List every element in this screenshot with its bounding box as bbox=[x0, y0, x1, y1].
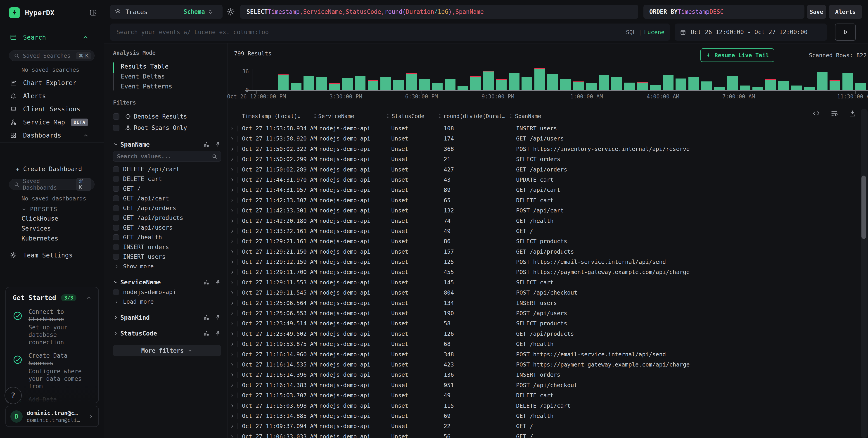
expand-row-icon[interactable] bbox=[230, 177, 235, 183]
table-row[interactable]: Oct 27 11:42:20.180 AMnodejs-demo-apiUns… bbox=[228, 216, 860, 226]
preset-kubernetes[interactable]: Kubernetes bbox=[22, 233, 58, 243]
alerts-button[interactable]: Alerts bbox=[829, 5, 862, 19]
filter-option[interactable]: GET /health bbox=[113, 232, 221, 242]
table-row[interactable]: Oct 27 11:13:14.885 AMnodejs-demo-apiUns… bbox=[228, 411, 860, 421]
checkbox[interactable] bbox=[113, 289, 119, 295]
table-row[interactable]: Oct 27 11:42:33.307 AMnodejs-demo-apiUns… bbox=[228, 195, 860, 205]
expand-row-icon[interactable] bbox=[230, 249, 235, 255]
histogram-bar[interactable] bbox=[688, 77, 699, 90]
histogram-bar[interactable] bbox=[304, 76, 314, 90]
histogram-bar[interactable] bbox=[522, 77, 532, 90]
expand-row-icon[interactable] bbox=[230, 198, 235, 203]
expand-row-icon[interactable] bbox=[230, 269, 235, 275]
expand-row-icon[interactable] bbox=[230, 259, 235, 265]
filter-option[interactable]: GET /api/users bbox=[113, 223, 221, 232]
histogram-bar[interactable] bbox=[329, 83, 340, 90]
histogram-bar[interactable] bbox=[599, 75, 610, 90]
expand-row-icon[interactable] bbox=[230, 331, 235, 337]
sql-toggle[interactable]: SQL bbox=[626, 29, 636, 35]
histogram-bar[interactable] bbox=[380, 77, 391, 90]
histogram-bar[interactable] bbox=[791, 86, 802, 90]
histogram-bar[interactable] bbox=[406, 73, 417, 90]
checkbox[interactable] bbox=[113, 166, 119, 172]
filter-values-search-input[interactable]: Search values... bbox=[113, 151, 221, 162]
lucene-toggle[interactable]: Lucene bbox=[644, 29, 664, 35]
filter-group-header[interactable]: StatusCode bbox=[113, 328, 221, 338]
filter-group-header[interactable]: SpanName bbox=[113, 139, 221, 149]
table-row[interactable]: Oct 27 11:16:14.960 AMnodejs-demo-apiUns… bbox=[228, 349, 860, 359]
preset-services[interactable]: Services bbox=[22, 224, 58, 233]
histogram-bar[interactable] bbox=[547, 74, 558, 90]
checkbox[interactable] bbox=[113, 196, 119, 201]
histogram-bar[interactable] bbox=[534, 68, 545, 90]
table-row[interactable]: Oct 27 11:29:11.700 AMnodejs-demo-apiUns… bbox=[228, 267, 860, 277]
histogram-bar[interactable] bbox=[458, 86, 468, 90]
histogram-bar[interactable] bbox=[714, 87, 725, 90]
histogram-bar[interactable] bbox=[316, 77, 327, 90]
help-button[interactable]: ? bbox=[4, 387, 22, 404]
filter-option[interactable]: INSERT orders bbox=[113, 242, 221, 252]
wrap-lines-icon[interactable] bbox=[831, 110, 838, 117]
histogram-bar[interactable] bbox=[842, 73, 853, 90]
histogram-bar[interactable] bbox=[573, 82, 584, 90]
table-row[interactable]: Oct 27 11:19:53.875 AMnodejs-demo-apiUns… bbox=[228, 339, 860, 349]
histogram-bar[interactable] bbox=[496, 79, 507, 90]
table-row[interactable]: Oct 27 11:06:33.033 AMnodejs-demo-apiUns… bbox=[228, 432, 860, 438]
run-query-button[interactable] bbox=[835, 24, 856, 41]
histogram-bar[interactable] bbox=[355, 76, 366, 90]
gear-icon[interactable] bbox=[226, 7, 235, 16]
checkbox[interactable] bbox=[113, 205, 119, 211]
checkbox[interactable] bbox=[113, 254, 119, 260]
table-row[interactable]: Oct 27 11:23:49.514 AMnodejs-demo-apiUns… bbox=[228, 318, 860, 328]
expand-row-icon[interactable] bbox=[230, 280, 235, 286]
histogram-bar[interactable] bbox=[752, 87, 763, 90]
table-row[interactable]: Oct 27 11:53:58.934 AMnodejs-demo-apiUns… bbox=[228, 123, 860, 134]
histogram-bar[interactable] bbox=[855, 83, 866, 90]
expand-row-icon[interactable] bbox=[230, 311, 235, 316]
histogram-bar[interactable] bbox=[432, 83, 443, 90]
sidebar-item-chart-explorer[interactable]: Chart Explorer bbox=[0, 76, 104, 89]
expand-row-icon[interactable] bbox=[230, 218, 235, 224]
load-more-button[interactable]: Load more bbox=[113, 297, 221, 306]
show-more-button[interactable]: Show more bbox=[113, 262, 221, 271]
expand-row-icon[interactable] bbox=[230, 321, 235, 326]
checkbox[interactable] bbox=[113, 113, 119, 120]
checkbox[interactable] bbox=[113, 125, 119, 131]
pin-icon[interactable] bbox=[215, 279, 221, 285]
histogram-bar[interactable] bbox=[740, 86, 751, 90]
table-row[interactable]: Oct 27 11:53:58.920 AMnodejs-demo-apiUns… bbox=[228, 134, 860, 144]
expand-row-icon[interactable] bbox=[230, 362, 235, 368]
table-row[interactable]: Oct 27 11:29:21.161 AMnodejs-demo-apiUns… bbox=[228, 236, 860, 246]
filter-group-header[interactable]: ServiceName bbox=[113, 277, 221, 287]
table-row[interactable]: Oct 27 11:33:22.161 AMnodejs-demo-apiUns… bbox=[228, 226, 860, 236]
histogram-bar[interactable] bbox=[393, 80, 404, 90]
chart-toggle-icon[interactable] bbox=[203, 314, 210, 321]
table-row[interactable]: Oct 27 11:44:31.957 AMnodejs-demo-apiUns… bbox=[228, 185, 860, 195]
chevron-up-icon[interactable] bbox=[82, 34, 89, 41]
sql-select-input[interactable]: SELECT Timestamp,ServiceName,StatusCode,… bbox=[240, 5, 638, 19]
histogram-bar[interactable] bbox=[419, 79, 430, 90]
histogram-bar[interactable] bbox=[624, 83, 635, 90]
histogram-bar[interactable] bbox=[483, 71, 494, 90]
table-row[interactable]: Oct 27 11:09:37.094 AMnodejs-demo-apiUns… bbox=[228, 421, 860, 431]
table-row[interactable]: Oct 27 11:50:02.289 AMnodejs-demo-apiUns… bbox=[228, 165, 860, 175]
drag-handle-icon[interactable] bbox=[312, 113, 317, 119]
expand-row-icon[interactable] bbox=[230, 146, 235, 152]
sidebar-item-search[interactable]: Search bbox=[0, 31, 104, 44]
expand-row-icon[interactable] bbox=[230, 290, 235, 296]
filter-group-header[interactable]: SpanKind bbox=[113, 313, 221, 322]
filter-option[interactable]: GET /api/orders bbox=[113, 203, 221, 213]
chart-toggle-icon[interactable] bbox=[203, 279, 210, 285]
pin-icon[interactable] bbox=[215, 330, 221, 337]
drag-handle-icon[interactable] bbox=[386, 113, 391, 119]
filter-toggle-root-spans-only[interactable]: Root Spans Only bbox=[113, 122, 221, 134]
analysis-mode-event-deltas[interactable]: Event Deltas bbox=[121, 71, 221, 82]
table-row[interactable]: Oct 27 11:15:03.698 AMnodejs-demo-apiUns… bbox=[228, 401, 860, 411]
histogram-bar[interactable] bbox=[342, 78, 353, 90]
checkbox[interactable] bbox=[113, 225, 119, 231]
expand-row-icon[interactable] bbox=[230, 382, 235, 388]
histogram-bar[interactable] bbox=[470, 76, 481, 90]
sidebar-item-alerts[interactable]: Alerts bbox=[0, 89, 104, 103]
histogram-bar[interactable] bbox=[278, 75, 288, 90]
filter-option[interactable]: DELETE cart bbox=[113, 174, 221, 184]
